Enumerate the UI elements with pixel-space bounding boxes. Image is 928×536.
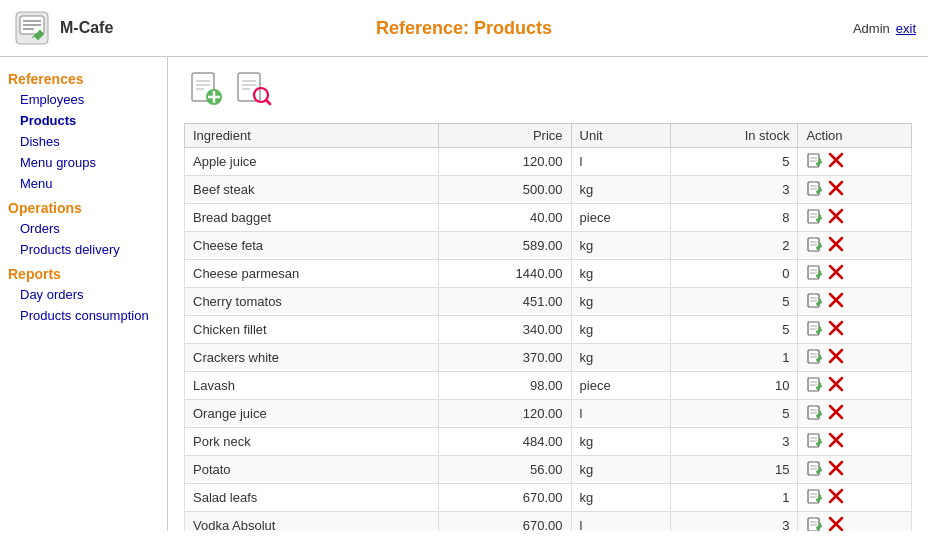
delete-button[interactable]	[828, 516, 844, 531]
cell-unit: kg	[571, 344, 670, 372]
cell-unit: kg	[571, 176, 670, 204]
sidebar: ReferencesEmployeesProductsDishesMenu gr…	[0, 57, 168, 531]
table-row: Crackers white370.00kg1	[185, 344, 912, 372]
sidebar-item-products[interactable]: Products	[0, 110, 167, 131]
table-row: Pork neck484.00kg3	[185, 428, 912, 456]
delete-button[interactable]	[828, 460, 844, 479]
app-title: M-Cafe	[60, 19, 113, 37]
cell-action	[798, 260, 912, 288]
search-icon	[236, 71, 272, 107]
edit-button[interactable]	[806, 207, 824, 228]
edit-button[interactable]	[806, 179, 824, 200]
layout: ReferencesEmployeesProductsDishesMenu gr…	[0, 57, 928, 531]
cell-unit: kg	[571, 232, 670, 260]
edit-icon	[806, 179, 824, 197]
col-unit: Unit	[571, 124, 670, 148]
cell-price: 120.00	[439, 148, 571, 176]
edit-icon	[806, 235, 824, 253]
edit-button[interactable]	[806, 151, 824, 172]
sidebar-item-orders[interactable]: Orders	[0, 218, 167, 239]
sidebar-section-reports: Reports	[0, 260, 167, 284]
table-row: Cheese feta589.00kg2	[185, 232, 912, 260]
sidebar-item-products-consumption[interactable]: Products consumption	[0, 305, 167, 326]
delete-icon	[828, 432, 844, 448]
delete-icon	[828, 320, 844, 336]
cell-action	[798, 316, 912, 344]
delete-button[interactable]	[828, 432, 844, 451]
delete-icon	[828, 404, 844, 420]
cell-stock: 5	[670, 316, 798, 344]
cell-unit: l	[571, 512, 670, 532]
exit-link[interactable]: exit	[896, 21, 916, 36]
cell-action	[798, 456, 912, 484]
delete-icon	[828, 348, 844, 364]
cell-action	[798, 400, 912, 428]
add-icon	[188, 71, 224, 107]
table-row: Cheese parmesan1440.00kg0	[185, 260, 912, 288]
sidebar-item-menu[interactable]: Menu	[0, 173, 167, 194]
edit-button[interactable]	[806, 431, 824, 452]
edit-icon	[806, 207, 824, 225]
delete-button[interactable]	[828, 180, 844, 199]
sidebar-item-products-delivery[interactable]: Products delivery	[0, 239, 167, 260]
svg-line-19	[266, 100, 270, 104]
edit-button[interactable]	[806, 459, 824, 480]
edit-button[interactable]	[806, 515, 824, 531]
cell-action	[798, 512, 912, 532]
edit-icon	[806, 375, 824, 393]
delete-button[interactable]	[828, 348, 844, 367]
cell-stock: 5	[670, 400, 798, 428]
table-row: Cherry tomatos451.00kg5	[185, 288, 912, 316]
delete-button[interactable]	[828, 208, 844, 227]
sidebar-item-employees[interactable]: Employees	[0, 89, 167, 110]
delete-button[interactable]	[828, 320, 844, 339]
cell-stock: 15	[670, 456, 798, 484]
cell-unit: kg	[571, 316, 670, 344]
edit-button[interactable]	[806, 319, 824, 340]
edit-button[interactable]	[806, 347, 824, 368]
table-row: Potato56.00kg15	[185, 456, 912, 484]
delete-icon	[828, 208, 844, 224]
cell-price: 40.00	[439, 204, 571, 232]
sidebar-item-day-orders[interactable]: Day orders	[0, 284, 167, 305]
cell-price: 1440.00	[439, 260, 571, 288]
edit-button[interactable]	[806, 403, 824, 424]
cell-action	[798, 176, 912, 204]
delete-button[interactable]	[828, 404, 844, 423]
cell-stock: 2	[670, 232, 798, 260]
cell-ingredient: Chicken fillet	[185, 316, 439, 344]
cell-price: 98.00	[439, 372, 571, 400]
sidebar-item-dishes[interactable]: Dishes	[0, 131, 167, 152]
admin-label: Admin	[853, 21, 890, 36]
cell-stock: 3	[670, 176, 798, 204]
delete-button[interactable]	[828, 376, 844, 395]
cell-unit: kg	[571, 456, 670, 484]
table-row: Vodka Absolut670.00l3	[185, 512, 912, 532]
delete-button[interactable]	[828, 152, 844, 171]
edit-button[interactable]	[806, 235, 824, 256]
edit-button[interactable]	[806, 291, 824, 312]
table-row: Salad leafs670.00kg1	[185, 484, 912, 512]
cell-ingredient: Cherry tomatos	[185, 288, 439, 316]
cell-action	[798, 204, 912, 232]
cell-ingredient: Apple juice	[185, 148, 439, 176]
edit-button[interactable]	[806, 263, 824, 284]
sidebar-item-menu-groups[interactable]: Menu groups	[0, 152, 167, 173]
user-area: Admin exit	[853, 21, 916, 36]
cell-action	[798, 148, 912, 176]
edit-button[interactable]	[806, 375, 824, 396]
add-product-button[interactable]	[184, 67, 228, 111]
search-products-button[interactable]	[232, 67, 276, 111]
delete-button[interactable]	[828, 488, 844, 507]
cell-price: 370.00	[439, 344, 571, 372]
delete-button[interactable]	[828, 236, 844, 255]
header: M-Cafe Reference: Products Admin exit	[0, 0, 928, 57]
delete-icon	[828, 376, 844, 392]
edit-button[interactable]	[806, 487, 824, 508]
svg-rect-14	[238, 73, 260, 101]
cell-ingredient: Vodka Absolut	[185, 512, 439, 532]
delete-button[interactable]	[828, 264, 844, 283]
sidebar-section-references: References	[0, 65, 167, 89]
table-row: Bread bagget40.00piece8	[185, 204, 912, 232]
delete-button[interactable]	[828, 292, 844, 311]
